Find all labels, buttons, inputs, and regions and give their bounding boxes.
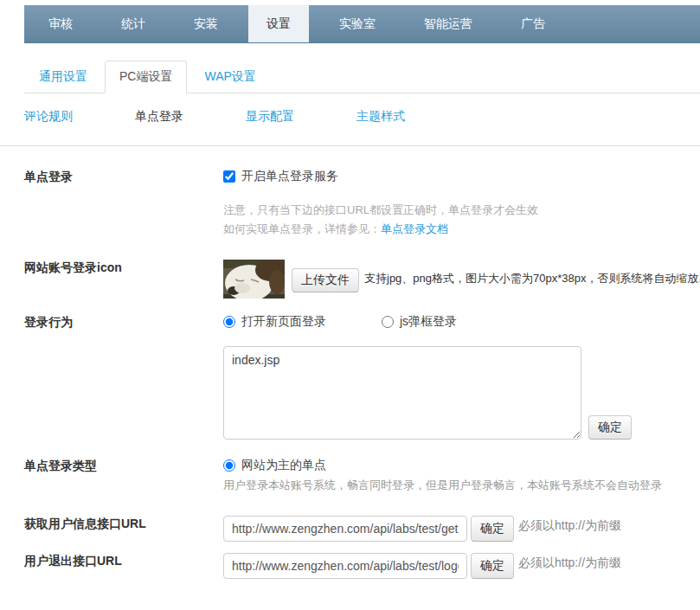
sso-type-row: 单点登录类型 网站为主的单点 用户登录本站账号系统，畅言同时登录，但是用户登录畅…: [24, 458, 700, 493]
login-icon-row: 网站账号登录icon 上传文件 支持jpg、png格式，图片大小需为70px*3…: [24, 260, 700, 299]
sso-note-line2: 如何实现单点登录，详情参见：单点登录文档: [223, 220, 700, 239]
login-url-textarea-wrap: index.jsp 确定: [223, 346, 700, 440]
topnav-item-smart-ops[interactable]: 智能运营: [406, 5, 491, 42]
get-user-info-url-label: 获取用户信息接口URL: [24, 516, 223, 542]
logout-url-label: 用户退出接口URL: [24, 553, 223, 579]
sso-note-line2-text: 如何实现单点登录，详情参见：: [223, 222, 381, 235]
sso-enable-row: 单点登录 开启单点登录服务 注意，只有当下边的接口URL都设置正确时，单点登录才…: [24, 169, 700, 239]
radio-new-page-login[interactable]: [223, 316, 235, 328]
radio-new-page-login-option: 打开新页面登录: [223, 314, 326, 330]
radio-js-popup-login-option: js弹框登录: [382, 314, 457, 330]
topnav-item-audit[interactable]: 审核: [30, 5, 91, 42]
logout-confirm-button[interactable]: 确定: [471, 553, 514, 579]
logout-url-input[interactable]: [223, 553, 467, 579]
get-user-info-url-hint: 必须以http://为前缀: [518, 516, 621, 534]
upload-file-button[interactable]: 上传文件: [292, 268, 359, 292]
tab-wap-settings[interactable]: WAP设置: [189, 61, 270, 93]
sso-docs-link[interactable]: 单点登录文档: [381, 222, 448, 235]
radio-js-popup-login[interactable]: [382, 316, 394, 328]
topnav-item-install[interactable]: 安装: [176, 5, 236, 42]
topnav-item-settings[interactable]: 设置: [248, 5, 309, 42]
sso-settings-form: 单点登录 开启单点登录服务 注意，只有当下边的接口URL都设置正确时，单点登录才…: [0, 146, 700, 579]
subnav-item-sso[interactable]: 单点登录: [135, 109, 183, 125]
radio-js-popup-login-label: js弹框登录: [400, 314, 457, 330]
radio-site-master-label: 网站为主的单点: [241, 458, 326, 473]
radio-new-page-login-label: 打开新页面登录: [241, 314, 326, 330]
tab-general-settings[interactable]: 通用设置: [24, 61, 102, 93]
login-behavior-radios: 打开新页面登录 js弹框登录: [223, 314, 700, 330]
sso-type-label: 单点登录类型: [24, 458, 223, 493]
top-navigation: 审核 统计 安装 设置 实验室 智能运营 广告: [24, 5, 700, 43]
settings-tabs: 通用设置 PC端设置 WAP设置: [24, 61, 700, 93]
subnav-item-theme-style[interactable]: 主题样式: [356, 109, 405, 125]
login-url-confirm-button[interactable]: 确定: [588, 415, 632, 440]
login-behavior-label: 登录行为: [24, 314, 223, 440]
get-user-info-url-input[interactable]: [223, 516, 467, 542]
subnav-item-comment-rules[interactable]: 评论规则: [24, 109, 73, 125]
login-behavior-row: 登录行为 打开新页面登录 js弹框登录 index.jsp 确定: [24, 314, 700, 440]
logout-url-row: 用户退出接口URL 确定 必须以http://为前缀: [24, 553, 700, 579]
sso-enable-checkbox[interactable]: [223, 170, 235, 183]
tab-pc-settings[interactable]: PC端设置: [105, 61, 187, 93]
get-user-info-confirm-button[interactable]: 确定: [471, 516, 514, 542]
login-icon-label: 网站账号登录icon: [24, 260, 223, 299]
sso-enable-checkbox-label: 开启单点登录服务: [241, 169, 338, 184]
topnav-item-statistics[interactable]: 统计: [103, 5, 164, 42]
sso-enable-checkbox-row: 开启单点登录服务: [223, 169, 700, 184]
pc-settings-subnav: 评论规则 单点登录 显示配置 主题样式: [24, 109, 700, 125]
topnav-item-ads[interactable]: 广告: [503, 5, 563, 42]
sso-enable-label: 单点登录: [24, 169, 223, 239]
login-url-textarea[interactable]: index.jsp: [223, 346, 581, 440]
sso-note: 注意，只有当下边的接口URL都设置正确时，单点登录才会生效 如何实现单点登录，详…: [223, 201, 700, 239]
logout-url-hint: 必须以http://为前缀: [518, 553, 621, 571]
subnav-item-display-config[interactable]: 显示配置: [246, 109, 294, 125]
sso-type-note: 用户登录本站账号系统，畅言同时登录，但是用户登录畅言，本站账号系统不会自动登录: [223, 478, 700, 493]
sso-note-line1: 注意，只有当下边的接口URL都设置正确时，单点登录才会生效: [223, 201, 700, 220]
get-user-info-url-row: 获取用户信息接口URL 确定 必须以http://为前缀: [24, 516, 700, 542]
radio-site-master-sso[interactable]: [223, 459, 235, 472]
upload-hint: 支持jpg、png格式，图片大小需为70px*38px，否则系统将自动缩放.: [364, 271, 700, 286]
topnav-item-lab[interactable]: 实验室: [321, 5, 394, 42]
login-icon-preview-image: [223, 260, 285, 299]
radio-site-master-option: 网站为主的单点: [223, 458, 700, 473]
